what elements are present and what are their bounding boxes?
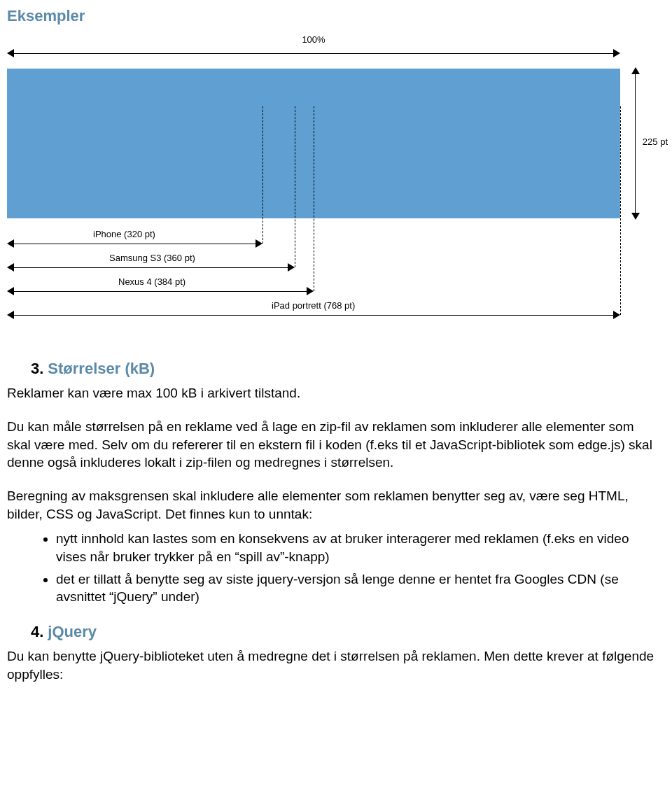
device-width-row: Nexus 4 (384 pt) [7,276,314,295]
section-4-title-text: jQuery [48,623,97,640]
height-arrow [635,69,636,218]
arrow-right-icon [288,263,295,272]
device-width-row: iPad portrett (768 pt) [7,300,620,319]
device-width-label: iPad portrett (768 pt) [272,300,355,312]
section-4-title: 4.jQuery [31,621,665,642]
height-label: 225 pt [643,136,668,148]
responsive-diagram: 100% 225 pt iPhone (320 pt)Samsung S3 (3… [7,36,665,330]
device-width-label: iPhone (320 pt) [93,228,155,241]
arrow-right-icon [255,239,262,248]
arrow-right-icon [613,311,620,319]
arrow-left-icon [7,263,14,272]
arrow-left-icon [7,311,14,319]
section-3-bullets: nytt innhold kan lastes som en konsekven… [56,530,658,606]
device-width-row: iPhone (320 pt) [7,228,262,248]
heading-examples: Eksempler [7,6,665,27]
section-4-para-1: Du kan benytte jQuery-biblioteket uten å… [7,647,658,683]
section-3-title: 3.Størrelser (kB) [31,358,665,379]
arrow-right-icon [307,287,314,295]
width-100-arrow: 100% [7,46,620,60]
arrow-left-icon [7,49,14,57]
device-width-label: Samsung S3 (360 pt) [109,252,195,265]
arrow-right-icon [613,49,620,57]
width-guide [314,106,314,291]
width-guide [262,106,263,244]
device-width-label: Nexus 4 (384 pt) [118,276,186,288]
width-guide [295,106,295,267]
section-4-number: 4. [31,623,43,640]
width-100-label: 100% [302,34,325,46]
section-3-para-1: Reklamer kan være max 100 kB i arkivert … [7,384,658,402]
arrow-left-icon [7,239,14,248]
list-item: det er tillatt å benytte seg av siste jq… [56,570,658,606]
section-3-para-2: Du kan måle størrelsen på en reklame ved… [7,418,658,472]
arrow-left-icon [7,287,14,295]
section-3-number: 3. [31,360,43,377]
width-guide [620,106,621,315]
device-width-row: Samsung S3 (360 pt) [7,252,295,272]
section-3-title-text: Størrelser (kB) [48,360,155,377]
list-item: nytt innhold kan lastes som en konsekven… [56,530,658,565]
section-3-para-3: Beregning av maksgrensen skal inkludere … [7,487,658,523]
